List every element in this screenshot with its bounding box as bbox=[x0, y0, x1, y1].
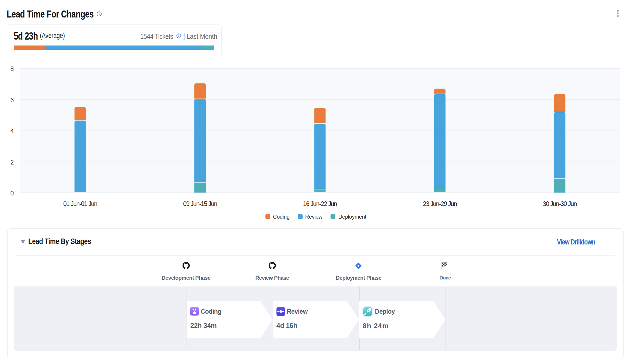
svg-text:2: 2 bbox=[10, 159, 14, 166]
svg-text:8: 8 bbox=[10, 65, 14, 72]
svg-text:0: 0 bbox=[10, 190, 14, 197]
svg-text:30 Jun-30 Jun: 30 Jun-30 Jun bbox=[543, 200, 577, 207]
svg-text:16 Jun-22 Jun: 16 Jun-22 Jun bbox=[303, 200, 337, 207]
svg-text:23 Jun-29 Jun: 23 Jun-29 Jun bbox=[423, 200, 457, 207]
svg-text:4: 4 bbox=[10, 128, 14, 135]
svg-text:6: 6 bbox=[10, 97, 14, 104]
svg-text:09 Jun-15 Jun: 09 Jun-15 Jun bbox=[183, 200, 217, 207]
svg-text:Coding: Coding bbox=[273, 214, 290, 220]
svg-text:Deployment: Deployment bbox=[338, 214, 366, 220]
svg-text:01 Jun-01 Jun: 01 Jun-01 Jun bbox=[63, 200, 97, 207]
svg-text:Review: Review bbox=[305, 214, 323, 220]
